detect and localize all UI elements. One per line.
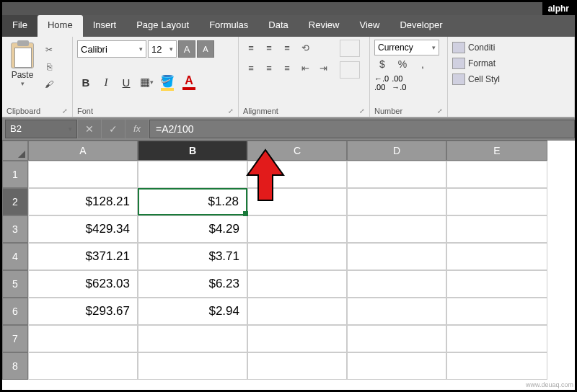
tab-page-layout[interactable]: Page Layout: [126, 15, 199, 37]
borders-button[interactable]: ▦▾: [138, 74, 155, 91]
font-launcher[interactable]: ⤢: [228, 107, 234, 115]
align-right-button[interactable]: ≡: [279, 60, 295, 76]
row-header[interactable]: 2: [2, 188, 28, 215]
alignment-launcher[interactable]: ⤢: [359, 107, 365, 115]
cell[interactable]: [446, 298, 547, 325]
cell[interactable]: [28, 352, 138, 380]
cell[interactable]: [138, 325, 247, 352]
cell-styles-button[interactable]: Cell Styl: [452, 71, 570, 87]
cell[interactable]: [247, 325, 347, 352]
cell[interactable]: [247, 161, 347, 188]
align-top-button[interactable]: ≡: [243, 40, 259, 55]
cell[interactable]: [247, 298, 347, 325]
tab-insert[interactable]: Insert: [83, 15, 127, 37]
tab-formulas[interactable]: Formulas: [199, 15, 258, 37]
cell[interactable]: [28, 161, 138, 188]
cell[interactable]: $371.21: [28, 243, 138, 270]
cell[interactable]: [347, 298, 446, 325]
cut-button[interactable]: ✂: [41, 43, 57, 57]
cell[interactable]: [347, 270, 446, 298]
percent-format-button[interactable]: %: [395, 58, 410, 70]
cell[interactable]: $3.71: [138, 243, 247, 270]
decrease-indent-button[interactable]: ⇤: [297, 60, 313, 76]
column-header-a[interactable]: A: [28, 141, 138, 161]
conditional-formatting-button[interactable]: Conditi: [452, 40, 570, 55]
fill-color-button[interactable]: 🪣: [158, 74, 177, 91]
cell[interactable]: [446, 215, 547, 243]
cell[interactable]: [28, 325, 138, 352]
row-header[interactable]: 3: [2, 215, 28, 243]
cell[interactable]: [347, 161, 446, 188]
cell[interactable]: [446, 161, 547, 188]
format-as-table-button[interactable]: Format: [452, 55, 570, 71]
tab-data[interactable]: Data: [258, 15, 298, 37]
row-header[interactable]: 7: [2, 325, 28, 352]
column-header-b[interactable]: B: [138, 141, 247, 161]
row-header[interactable]: 4: [2, 243, 28, 270]
cell[interactable]: [347, 188, 446, 215]
cell[interactable]: $429.34: [28, 215, 138, 243]
cell[interactable]: $623.03: [28, 270, 138, 298]
clipboard-launcher[interactable]: ⤢: [62, 107, 68, 115]
column-header-d[interactable]: D: [347, 141, 446, 161]
increase-decimal-button[interactable]: ←.0.00: [374, 74, 389, 92]
number-launcher[interactable]: ⤢: [437, 107, 443, 115]
tab-view[interactable]: View: [349, 15, 389, 37]
bold-button[interactable]: B: [77, 74, 94, 91]
tab-developer[interactable]: Developer: [389, 15, 452, 37]
column-header-e[interactable]: E: [446, 141, 547, 161]
cell[interactable]: $6.23: [138, 270, 247, 298]
cell[interactable]: [446, 270, 547, 298]
tab-home[interactable]: Home: [38, 15, 83, 37]
orientation-button[interactable]: ⟲: [297, 40, 313, 55]
italic-button[interactable]: I: [97, 74, 115, 91]
decrease-font-button[interactable]: A: [197, 40, 214, 58]
cell[interactable]: $2.94: [138, 298, 247, 325]
column-header-c[interactable]: C: [247, 141, 347, 161]
cell[interactable]: [247, 352, 347, 380]
font-color-button[interactable]: A: [180, 74, 198, 90]
merge-center-button[interactable]: [340, 61, 360, 79]
cell[interactable]: [446, 188, 547, 215]
cell[interactable]: [138, 161, 247, 188]
cell[interactable]: [138, 352, 247, 380]
copy-button[interactable]: ⎘: [41, 60, 57, 74]
cell[interactable]: $128.21: [28, 188, 138, 215]
cell[interactable]: [446, 325, 547, 352]
number-format-select[interactable]: Currency▾: [374, 40, 439, 55]
comma-format-button[interactable]: ,: [415, 58, 431, 70]
cell[interactable]: [247, 215, 347, 243]
format-painter-button[interactable]: 🖌: [41, 77, 57, 92]
insert-function-button[interactable]: fx: [125, 120, 149, 138]
tab-review[interactable]: Review: [299, 15, 350, 37]
formula-input[interactable]: =A2/100: [149, 120, 575, 138]
tab-file[interactable]: File: [2, 15, 38, 37]
align-left-button[interactable]: ≡: [243, 60, 259, 76]
increase-indent-button[interactable]: ⇥: [315, 60, 331, 76]
cell[interactable]: [347, 243, 446, 270]
row-header[interactable]: 6: [2, 298, 28, 325]
accounting-format-button[interactable]: $: [374, 58, 390, 70]
cell[interactable]: $4.29: [138, 215, 247, 243]
name-box[interactable]: B2▾: [5, 120, 77, 138]
align-center-button[interactable]: ≡: [261, 60, 277, 76]
row-header[interactable]: 5: [2, 270, 28, 298]
font-name-select[interactable]: Calibri▾: [77, 40, 146, 58]
cell[interactable]: [247, 243, 347, 270]
cell[interactable]: [446, 352, 547, 380]
select-all-corner[interactable]: [2, 141, 28, 161]
row-header[interactable]: 8: [2, 352, 28, 380]
cell[interactable]: $293.67: [28, 298, 138, 325]
cell[interactable]: $1.28: [138, 188, 247, 215]
cell[interactable]: [347, 325, 446, 352]
align-middle-button[interactable]: ≡: [261, 40, 277, 55]
cell[interactable]: [347, 352, 446, 380]
paste-button[interactable]: Paste ▾: [6, 40, 38, 105]
align-bottom-button[interactable]: ≡: [279, 40, 295, 55]
cell[interactable]: [446, 243, 547, 270]
cell[interactable]: [247, 188, 347, 215]
font-size-select[interactable]: 12▾: [148, 40, 177, 58]
underline-button[interactable]: U: [118, 74, 135, 91]
cell[interactable]: [247, 270, 347, 298]
enter-formula-button[interactable]: ✓: [102, 120, 125, 138]
